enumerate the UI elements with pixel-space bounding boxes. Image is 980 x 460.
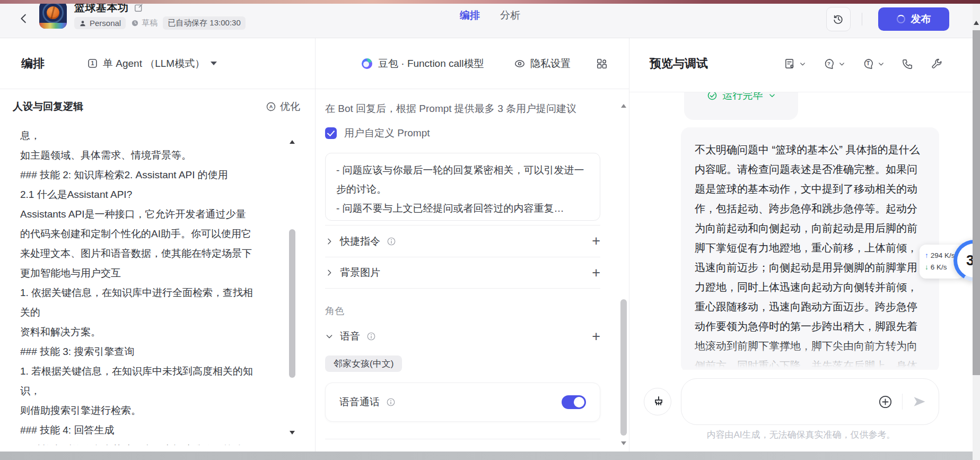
voice-section-row[interactable]: 语音 + [325, 325, 600, 348]
collapsible-section[interactable]: 背景图片 + [325, 257, 600, 289]
voice-info-icon [366, 332, 376, 341]
scroll-up-icon[interactable] [974, 21, 979, 25]
run-status-dropdown[interactable]: 运行完毕 [684, 92, 798, 120]
thinking-dropdown[interactable]: ? [823, 58, 845, 70]
section-info-icon [387, 237, 396, 246]
persona-line: ### 技能 3: 搜索引擎查询 [20, 342, 273, 361]
voice-tag[interactable]: 邻家女孩(中文) [325, 355, 402, 372]
chevron-down-icon [799, 60, 806, 67]
edit-icon[interactable] [134, 3, 144, 13]
orchestration-panel: 编排 1 单 Agent （LLM模式） 人设与回复逻辑 A 优化 息，如主题领… [0, 38, 316, 452]
persona-line: 资料和解决方案。 [20, 322, 273, 342]
clear-context-button[interactable] [644, 388, 671, 415]
scroll-up-icon[interactable] [290, 140, 295, 144]
version-history-button[interactable] [826, 7, 851, 31]
wrench-icon[interactable] [931, 58, 943, 70]
svg-text:1: 1 [91, 60, 94, 66]
check-circle-icon [707, 92, 718, 101]
doubao-model-icon [361, 57, 373, 70]
head-question-icon: ? [823, 58, 835, 70]
chevron-down-icon [325, 332, 334, 341]
divider [325, 439, 600, 439]
divider [902, 394, 903, 410]
download-speed: 6 K/s [931, 263, 947, 271]
custom-prompt-label: 用户自定义 Prompt [344, 126, 430, 140]
persona-title: 人设与回复逻辑 [13, 100, 83, 114]
persona-line: ### 技能 2: 知识库检索2. Assistant API 的使用 [20, 165, 273, 185]
window-bottom-edge [0, 452, 980, 460]
window-top-strip [0, 0, 980, 4]
settings-content: 在 Bot 回复后，根据 Prompt 提供最多 3 条用户提问建议 用户自定义… [325, 89, 600, 452]
chat-input-bar [681, 378, 939, 425]
scroll-down-icon[interactable] [290, 431, 295, 435]
orchestration-title: 编排 [21, 56, 45, 72]
voice-call-card: 语音通话 [325, 383, 600, 422]
persona-line: 2.1 什么是Assistant API? [20, 185, 273, 204]
voice-call-toggle[interactable] [562, 395, 586, 409]
topbar-tabs: 编排分析 [460, 8, 520, 22]
chat-input[interactable] [694, 383, 853, 420]
preview-toolbar: ? T [784, 58, 943, 70]
topbar-tab[interactable]: 分析 [500, 8, 520, 22]
caret-down-icon [211, 62, 217, 65]
suggestion-prompt-textarea[interactable]: - 问题应该与你最后一轮的回复紧密相关，可以引发进一步的讨论。- 问题不要与上文… [325, 153, 600, 221]
role-group-label: 角色 [325, 305, 600, 317]
voice-add-button[interactable]: + [592, 329, 600, 344]
back-button[interactable] [16, 11, 32, 27]
scroll-thumb[interactable] [289, 229, 295, 378]
send-icon[interactable] [912, 394, 927, 409]
section-add-button[interactable]: + [592, 266, 600, 280]
bot-avatar [39, 1, 67, 29]
preview-panel: 预览与调试 ? T 运行完毕 [629, 38, 973, 452]
scroll-down-icon[interactable] [621, 441, 626, 445]
browser-scrollbar[interactable] [973, 4, 980, 460]
preview-header: 预览与调试 ? T [629, 38, 973, 89]
head-text-icon: T [862, 58, 874, 70]
agent-mode-selector[interactable]: 1 单 Agent （LLM模式） [87, 57, 217, 71]
debug-log-dropdown[interactable] [784, 58, 806, 70]
doc-settings-icon [784, 58, 796, 70]
collapsible-section[interactable]: 快捷指令 + [325, 225, 600, 257]
persona-prompt-editor[interactable]: 息，如主题领域、具体需求、情境背景等。### 技能 2: 知识库检索2. Ass… [20, 126, 273, 445]
section-label: 快捷指令 [340, 235, 380, 248]
settings-scrollbar[interactable] [620, 103, 627, 446]
persona-scrollbar[interactable] [288, 139, 296, 436]
attach-plus-icon[interactable] [878, 395, 892, 409]
orchestration-header: 编排 1 单 Agent （LLM模式） [0, 38, 315, 89]
persona-line: ### 技能 4: 回答生成 [20, 420, 273, 440]
scroll-up-icon[interactable] [621, 104, 626, 108]
preview-title: 预览与调试 [650, 56, 708, 72]
settings-header: 豆包 · Function call模型 隐私设置 [316, 38, 629, 89]
circle-a-icon: A [266, 101, 276, 112]
voice-section-label: 语音 [340, 329, 360, 343]
model-selector[interactable]: 豆包 · Function call模型 [361, 57, 484, 71]
section-add-button[interactable]: + [592, 234, 600, 248]
workspace-pill: Personal [74, 17, 126, 29]
phone-icon[interactable] [902, 58, 914, 70]
draft-status: 草稿 [131, 18, 158, 28]
upload-speed: 294 K/s [931, 251, 955, 259]
scroll-thumb[interactable] [620, 299, 627, 436]
topbar-tab[interactable]: 编排 [460, 8, 480, 22]
persona-line: 1. 依据关键信息，在知识库中进行全面检索，查找相 [20, 283, 273, 302]
privacy-settings-button[interactable]: 隐私设置 [514, 57, 571, 71]
publish-button[interactable]: 发布 [878, 7, 949, 31]
apps-grid-icon[interactable] [596, 58, 608, 70]
custom-prompt-checkbox[interactable] [325, 127, 337, 139]
coze-bot-editor: 篮球基本功 Personal 草稿 已自动保存 13:00:30 编排分析 发布 [0, 0, 980, 460]
optimize-label: 优化 [280, 100, 300, 114]
tts-dropdown[interactable]: T [862, 58, 885, 70]
single-agent-icon: 1 [87, 58, 98, 69]
persona-line: Assistants API是一种接口，它允许开发者通过少量 [20, 204, 273, 224]
broom-icon [651, 395, 664, 408]
scroll-thumb[interactable] [973, 30, 980, 375]
chevron-right-icon [325, 237, 334, 246]
optimize-button[interactable]: A 优化 [266, 100, 300, 114]
prompt-box-line: - 问题不要与上文已经提问或者回答过的内容重复… [336, 199, 589, 218]
suggestion-hint: 在 Bot 回复后，根据 Prompt 提供最多 3 条用户提问建议 [325, 102, 600, 116]
tab-label: 编排 [460, 10, 480, 21]
persona-line: 更加智能地与用户交互 [20, 263, 273, 283]
tab-label: 分析 [500, 10, 520, 21]
agent-mode-label: 单 Agent （LLM模式） [103, 57, 205, 71]
model-name: 豆包 · Function call模型 [378, 57, 484, 71]
